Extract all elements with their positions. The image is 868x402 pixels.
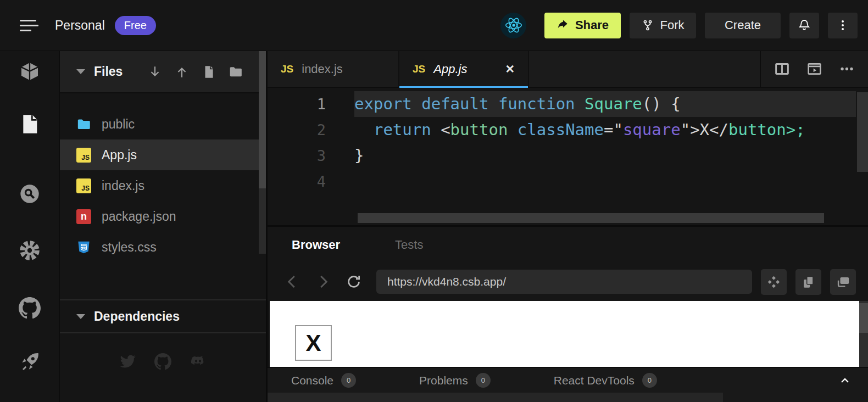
line-number: 4 [268, 169, 354, 194]
code-line-1[interactable]: 1export default function Square() { [268, 91, 868, 117]
chevron-up-icon[interactable] [838, 374, 852, 387]
file-name: public [102, 117, 135, 132]
new-file-icon[interactable] [202, 65, 216, 79]
preview-scrollbar-thumb[interactable] [859, 303, 868, 333]
file-row-app-js[interactable]: JSApp.js [60, 139, 266, 170]
share-button[interactable]: Share [544, 13, 621, 38]
file-row-package-json[interactable]: npackage.json [60, 201, 266, 232]
code-line-3[interactable]: 3} [268, 143, 868, 169]
file-name: index.js [102, 178, 144, 193]
notifications-button[interactable] [789, 13, 819, 38]
create-button[interactable]: Create [705, 13, 781, 38]
files-panel: Files publicJSApp.jsJSindex.jsnpackage.j… [59, 51, 268, 402]
github-icon[interactable] [19, 297, 41, 319]
files-scrollbar[interactable] [259, 51, 266, 254]
tab-label: index.js [302, 62, 343, 76]
file-row-styles-css[interactable]: styles.css [60, 232, 266, 263]
bottom-scrollbar [268, 393, 868, 402]
browser-navbar [268, 263, 868, 301]
top-header: Personal Free Share Fork Create [0, 0, 868, 51]
js-file-icon: JS [76, 178, 91, 193]
console-tabs: Console0Problems0React DevTools0 [291, 373, 657, 388]
preview-pane-icon[interactable] [806, 61, 822, 77]
split-view-icon[interactable] [774, 61, 790, 77]
dependencies-section-header[interactable]: Dependencies [60, 299, 266, 333]
files-scrollbar-thumb[interactable] [259, 51, 266, 188]
upload-icon[interactable] [175, 65, 189, 79]
sandbox-cube-icon[interactable] [19, 61, 41, 83]
console-tab-console[interactable]: Console0 [291, 373, 356, 388]
file-name: styles.css [102, 240, 157, 255]
count-badge: 0 [476, 373, 491, 388]
file-name: package.json [102, 209, 176, 224]
deploy-rocket-icon[interactable] [19, 351, 41, 373]
code-editor[interactable]: 1export default function Square() {2 ret… [268, 88, 868, 225]
more-options-button[interactable] [828, 13, 858, 38]
close-tab-icon[interactable]: ✕ [505, 63, 515, 76]
console-bar: Console0Problems0React DevTools0 [268, 367, 868, 393]
explorer-file-icon[interactable] [19, 113, 41, 135]
preview-scrollbar[interactable] [859, 301, 868, 367]
kebab-menu-icon [836, 19, 849, 32]
files-section-header[interactable]: Files [60, 51, 266, 93]
github-link-icon[interactable] [154, 353, 171, 370]
count-badge: 0 [341, 373, 356, 388]
tab-browser[interactable]: Browser [292, 238, 340, 252]
new-folder-icon[interactable] [229, 65, 243, 79]
codesandbox-app: Personal Free Share Fork Create [0, 0, 868, 402]
line-number: 3 [268, 143, 354, 169]
create-label: Create [725, 18, 761, 32]
js-icon: JS [281, 63, 293, 75]
line-content: } [354, 143, 856, 169]
download-icon[interactable] [148, 65, 162, 79]
chevron-down-icon [76, 69, 85, 74]
editor-tabbar: JS index.js JS App.js ✕ [268, 51, 868, 88]
hamburger-menu-icon[interactable] [20, 15, 41, 36]
js-file-icon: JS [76, 148, 91, 163]
browser-panel-tabs: Browser Tests [268, 227, 868, 263]
editor-vertical-scrollbar[interactable] [857, 92, 868, 172]
fork-label: Fork [660, 18, 685, 32]
search-icon[interactable] [19, 183, 41, 205]
code-line-2[interactable]: 2 return <button className="square">X</b… [268, 117, 868, 143]
share-arrow-icon [557, 19, 569, 31]
console-tab-label: Console [291, 374, 333, 387]
bottom-scrollbar-thumb[interactable] [268, 393, 723, 402]
editor-horizontal-scrollbar[interactable] [358, 213, 824, 223]
twitter-icon[interactable] [119, 353, 136, 370]
console-tab-problems[interactable]: Problems0 [419, 373, 491, 388]
line-content [354, 169, 856, 194]
count-badge: 0 [642, 373, 657, 388]
line-number: 2 [268, 117, 354, 143]
file-row-index-js[interactable]: JSindex.js [60, 170, 266, 201]
responsive-mode-button[interactable] [761, 269, 787, 295]
tab-tests[interactable]: Tests [395, 238, 423, 252]
back-icon[interactable] [284, 273, 301, 290]
activity-rail [0, 51, 59, 402]
file-list: publicJSApp.jsJSindex.jsnpackage.jsonsty… [60, 93, 266, 263]
file-row-public[interactable]: public [60, 109, 266, 139]
square-button[interactable]: X [295, 325, 332, 361]
browser-preview: X [268, 301, 868, 367]
url-input[interactable] [376, 270, 752, 294]
open-in-new-window-button[interactable] [830, 269, 856, 295]
code-line-4[interactable]: 4 [268, 169, 868, 194]
settings-gear-icon[interactable] [19, 239, 41, 261]
editor-actions [760, 51, 868, 87]
files-title: Files [94, 64, 123, 79]
console-tab-react-devtools[interactable]: React DevTools0 [554, 373, 657, 388]
forward-icon[interactable] [315, 273, 331, 290]
share-label: Share [575, 18, 609, 32]
browser-panel: Browser Tests X Console0Prob [268, 225, 868, 402]
line-content: export default function Square() { [354, 91, 856, 117]
bell-icon [798, 19, 811, 32]
discord-icon[interactable] [190, 353, 207, 370]
folder-icon [76, 117, 91, 132]
tab-index-js[interactable]: JS index.js [268, 51, 399, 87]
refresh-icon[interactable] [346, 273, 362, 290]
fork-button[interactable]: Fork [630, 13, 696, 38]
copy-url-button[interactable] [795, 269, 821, 295]
tab-app-js[interactable]: JS App.js ✕ [399, 51, 529, 87]
plan-badge: Free [115, 16, 156, 35]
more-horizontal-icon[interactable] [839, 61, 855, 77]
